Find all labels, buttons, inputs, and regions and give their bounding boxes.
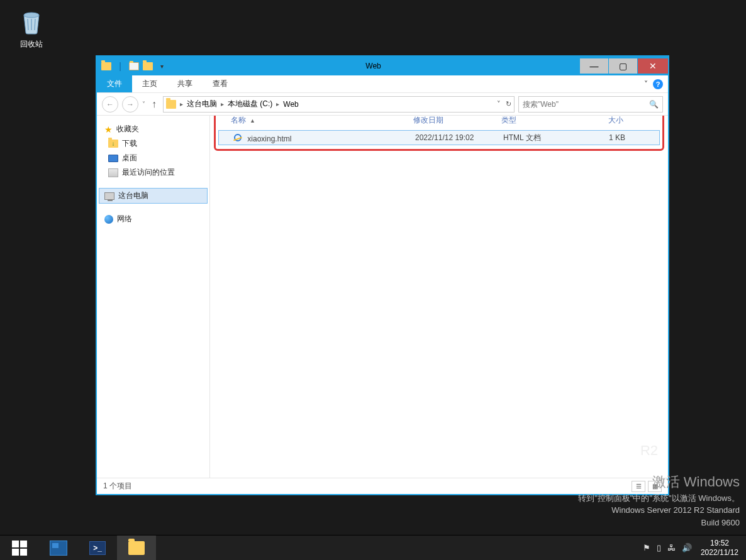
html-file-icon	[233, 133, 243, 143]
column-name[interactable]: 名称▲	[226, 116, 408, 126]
ribbon: 文件 主页 共享 查看 ˅ ?	[97, 75, 668, 93]
os-line: Windows Server 2012 R2 Standard	[578, 504, 740, 517]
refresh-icon[interactable]: ↻	[506, 100, 511, 108]
recent-icon	[108, 168, 118, 177]
clock-time: 19:52	[701, 539, 738, 547]
titlebar[interactable]: | ▾ Web — ▢ ✕	[97, 57, 668, 75]
tree-recent[interactable]: 最近访问的位置	[99, 165, 207, 180]
forward-button[interactable]: →	[122, 96, 138, 113]
back-button[interactable]: ←	[102, 96, 118, 113]
tree-label: 最近访问的位置	[122, 167, 175, 178]
svg-point-0	[24, 13, 39, 18]
windows-logo-icon	[12, 541, 27, 556]
column-type[interactable]: 类型	[496, 116, 578, 126]
ribbon-expand-icon[interactable]: ˅	[644, 80, 648, 89]
powershell-icon: >_	[89, 541, 106, 555]
file-row[interactable]: xiaoxing.html 2022/11/12 19:02 HTML 文档 1…	[218, 130, 660, 145]
downloads-icon	[108, 140, 118, 148]
search-icon[interactable]: 🔍	[649, 100, 659, 109]
window-controls: — ▢ ✕	[579, 58, 668, 74]
sort-asc-icon: ▲	[250, 118, 255, 124]
tree-label: 桌面	[122, 153, 137, 163]
file-name-cell: xiaoxing.html	[228, 133, 410, 143]
qat: | ▾	[97, 60, 167, 72]
file-type: HTML 文档	[498, 133, 580, 143]
tray-charging-icon[interactable]: ▯	[657, 543, 661, 552]
location-icon	[166, 100, 176, 109]
minimize-button[interactable]: —	[580, 58, 608, 74]
system-tray: ⚑ ▯ 🖧 🔊 19:52 2022/11/12	[638, 535, 746, 560]
clock-date: 2022/11/12	[701, 548, 738, 557]
explorer-icon	[128, 541, 145, 555]
column-header: 名称▲ 修改日期 类型 大小	[217, 116, 661, 128]
view-switch: ☰ ▦	[632, 481, 662, 492]
tree-desktop[interactable]: 桌面	[99, 151, 207, 165]
file-pane: 名称▲ 修改日期 类型 大小 xiaoxing.html 2022/11/12 …	[210, 116, 668, 478]
tree-label: 下载	[122, 138, 137, 149]
breadcrumb-folder[interactable]: Web	[283, 100, 298, 109]
ribbon-file-tab[interactable]: 文件	[97, 75, 132, 92]
recycle-bin-icon	[16, 6, 47, 36]
tree-label: 网络	[117, 214, 132, 224]
column-size[interactable]: 大小	[578, 116, 628, 126]
pc-icon	[104, 192, 114, 200]
ribbon-tab-home[interactable]: 主页	[132, 75, 167, 92]
tree-network[interactable]: 网络	[99, 212, 207, 226]
properties-icon[interactable]	[128, 60, 140, 72]
status-item-count: 1 个项目	[103, 481, 132, 491]
chevron-right-icon[interactable]: ▸	[221, 101, 224, 107]
tray-clock[interactable]: 19:52 2022/11/12	[698, 539, 741, 557]
chevron-right-icon[interactable]: ▸	[276, 101, 279, 107]
tree-downloads[interactable]: 下载	[99, 136, 207, 151]
task-server-manager[interactable]	[39, 535, 78, 560]
tray-security-icon[interactable]: ⚑	[643, 543, 650, 552]
qat-separator: |	[114, 60, 126, 72]
desktop: 回收站 | ▾ Web — ▢ ✕ 文件 主页 共享 查看	[0, 0, 746, 560]
search-input[interactable]	[523, 100, 649, 109]
qat-dropdown-icon[interactable]: ▾	[156, 60, 167, 72]
recycle-bin[interactable]: 回收站	[13, 6, 50, 50]
task-explorer[interactable]	[117, 535, 156, 560]
new-folder-icon[interactable]	[142, 60, 153, 72]
window-title: Web	[167, 62, 579, 70]
task-powershell[interactable]: >_	[78, 535, 117, 560]
file-name: xiaoxing.html	[247, 135, 291, 143]
tray-network-icon[interactable]: 🖧	[667, 543, 676, 552]
build-line: Build 9600	[578, 517, 740, 529]
history-dropdown-icon[interactable]: ˅	[142, 101, 145, 107]
up-button[interactable]: ↑	[149, 99, 159, 110]
address-dropdown-icon[interactable]: ˅	[497, 100, 501, 108]
desktop-icon	[108, 155, 118, 162]
tray-volume-icon[interactable]: 🔊	[682, 543, 692, 552]
body: ★ 收藏夹 下载 桌面 最近访问的位置 这台电脑	[97, 116, 668, 478]
network-icon	[104, 215, 113, 224]
status-bar: 1 个项目 ☰ ▦	[97, 478, 668, 494]
breadcrumb-drive[interactable]: 本地磁盘 (C:)	[228, 99, 272, 109]
folder-icon	[101, 60, 112, 72]
view-details-button[interactable]: ☰	[632, 481, 645, 492]
search-box[interactable]: 🔍	[518, 96, 663, 113]
tree-this-pc[interactable]: 这台电脑	[99, 189, 207, 203]
chevron-right-icon[interactable]: ▸	[180, 101, 183, 107]
start-button[interactable]	[0, 535, 39, 560]
close-button[interactable]: ✕	[638, 58, 668, 74]
annotation-highlight: 名称▲ 修改日期 类型 大小 xiaoxing.html 2022/11/12 …	[214, 116, 664, 151]
view-icons-button[interactable]: ▦	[648, 481, 662, 492]
file-date: 2022/11/12 19:02	[410, 133, 498, 142]
maximize-button[interactable]: ▢	[609, 58, 637, 74]
nav-pane: ★ 收藏夹 下载 桌面 最近访问的位置 这台电脑	[97, 116, 210, 478]
address-bar[interactable]: ▸ 这台电脑 ▸ 本地磁盘 (C:) ▸ Web ˅ ↻	[163, 96, 515, 113]
column-date[interactable]: 修改日期	[408, 116, 496, 126]
breadcrumb-root[interactable]: 这台电脑	[187, 99, 217, 109]
star-icon: ★	[104, 124, 113, 135]
ribbon-tab-share[interactable]: 共享	[167, 75, 203, 92]
tree-label: 这台电脑	[118, 190, 148, 201]
ribbon-tab-view[interactable]: 查看	[203, 75, 238, 92]
help-icon[interactable]: ?	[653, 79, 663, 89]
explorer-window: | ▾ Web — ▢ ✕ 文件 主页 共享 查看 ˅ ? ←	[96, 55, 669, 495]
tree-label: 收藏夹	[116, 124, 139, 135]
nav-row: ← → ˅ ↑ ▸ 这台电脑 ▸ 本地磁盘 (C:) ▸ Web ˅ ↻ 🔍	[97, 93, 668, 116]
taskbar: >_ ⚑ ▯ 🖧 🔊 19:52 2022/11/12	[0, 535, 746, 560]
file-size: 1 KB	[580, 133, 630, 142]
tree-favorites[interactable]: ★ 收藏夹	[99, 122, 207, 136]
